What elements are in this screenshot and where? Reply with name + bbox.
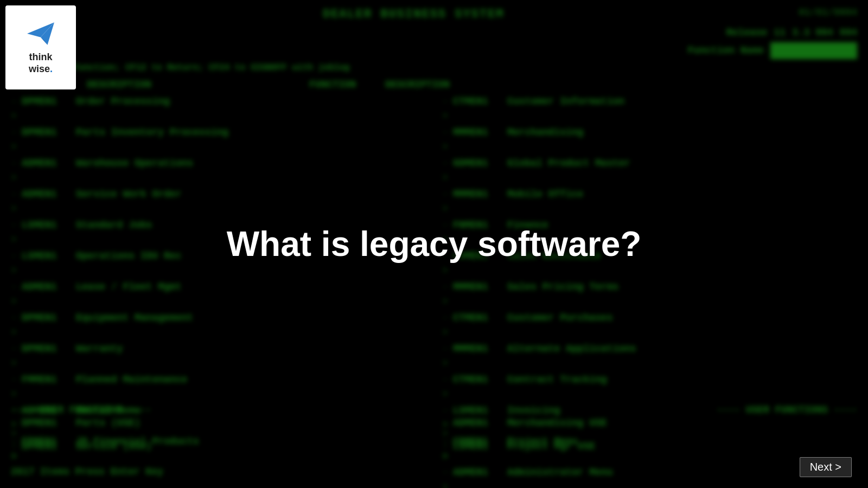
logo-line2: wise.	[29, 63, 53, 75]
next-button[interactable]: Next >	[800, 457, 852, 477]
center-heading: What is legacy software?	[227, 224, 642, 264]
logo-container: think wise.	[5, 5, 76, 89]
svg-marker-0	[27, 22, 54, 45]
logo-icon	[24, 20, 57, 47]
main-title: What is legacy software?	[227, 224, 642, 264]
logo-text: think wise.	[29, 52, 53, 75]
logo-line1: think	[29, 52, 53, 63]
